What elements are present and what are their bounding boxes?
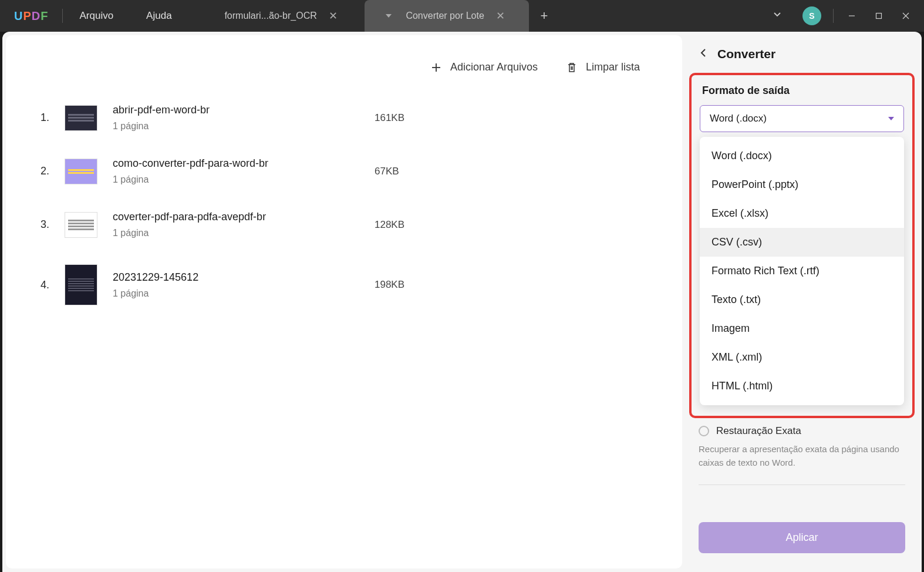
button-label: Adicionar Arquivos bbox=[450, 61, 538, 73]
thumbnail bbox=[65, 105, 97, 131]
tab-document[interactable]: formulari...ão-br_OCR ✕ bbox=[200, 0, 365, 32]
format-select[interactable]: Word (.docx) bbox=[700, 105, 904, 132]
clear-list-button[interactable]: Limpar lista bbox=[566, 61, 640, 73]
apply-button[interactable]: Aplicar bbox=[699, 522, 905, 553]
side-header: Converter bbox=[686, 46, 918, 73]
side-panel: Converter Formato de saída Word (.docx) … bbox=[686, 35, 918, 568]
list-item[interactable]: 3. coverter-pdf-para-pdfa-avepdf-br 1 pá… bbox=[34, 198, 654, 251]
titlebar-right: S bbox=[764, 4, 924, 28]
file-name: como-converter-pdf-para-word-br bbox=[113, 157, 359, 170]
app-logo: UPDF bbox=[0, 9, 62, 23]
add-tab-button[interactable]: + bbox=[529, 0, 560, 32]
chevron-down-icon[interactable] bbox=[764, 6, 791, 26]
format-option-txt[interactable]: Texto (.txt) bbox=[700, 285, 904, 314]
tab-batch-convert[interactable]: Converter por Lote ✕ bbox=[365, 0, 529, 32]
close-button[interactable] bbox=[892, 4, 919, 28]
toolbar: Adicionar Arquivos Limpar lista bbox=[34, 49, 654, 91]
close-icon[interactable]: ✕ bbox=[494, 7, 507, 25]
item-number: 2. bbox=[34, 165, 49, 177]
format-option-rtf[interactable]: Formato Rich Text (.rtf) bbox=[700, 257, 904, 285]
svg-rect-1 bbox=[876, 14, 882, 19]
menu-file[interactable]: Arquivo bbox=[63, 10, 130, 22]
close-icon[interactable]: ✕ bbox=[326, 7, 340, 25]
file-pages: 1 página bbox=[113, 288, 359, 299]
thumbnail bbox=[65, 264, 97, 305]
minimize-button[interactable] bbox=[838, 4, 865, 28]
menu-help[interactable]: Ajuda bbox=[130, 10, 188, 22]
maximize-button[interactable] bbox=[865, 4, 892, 28]
file-info: coverter-pdf-para-pdfa-avepdf-br 1 págin… bbox=[113, 211, 359, 238]
chevron-down-icon bbox=[888, 117, 894, 120]
format-option-excel[interactable]: Excel (.xlsx) bbox=[700, 199, 904, 228]
restoration-radio[interactable]: Restauração Exata bbox=[686, 418, 918, 439]
file-list: 1. abrir-pdf-em-word-br 1 página 161KB 2… bbox=[34, 91, 654, 554]
file-pages: 1 página bbox=[113, 121, 359, 132]
panel-title: Converter bbox=[717, 47, 775, 61]
titlebar: UPDF Arquivo Ajuda formulari...ão-br_OCR… bbox=[0, 0, 924, 32]
file-size: 161KB bbox=[375, 112, 404, 124]
chevron-left-icon[interactable] bbox=[697, 46, 709, 62]
apply-area: Aplicar bbox=[686, 510, 918, 558]
file-size: 198KB bbox=[375, 279, 404, 291]
format-option-powerpoint[interactable]: PowerPoint (.pptx) bbox=[700, 170, 904, 199]
help-text: Recuperar a apresentação exata da página… bbox=[686, 439, 918, 480]
thumbnail bbox=[65, 212, 97, 238]
format-option-csv[interactable]: CSV (.csv) bbox=[700, 228, 904, 257]
select-value: Word (.docx) bbox=[710, 113, 767, 125]
add-files-button[interactable]: Adicionar Arquivos bbox=[430, 61, 538, 73]
divider bbox=[833, 9, 834, 23]
avatar[interactable]: S bbox=[802, 6, 821, 25]
tabs: formulari...ão-br_OCR ✕ Converter por Lo… bbox=[200, 0, 560, 32]
format-option-word[interactable]: Word (.docx) bbox=[700, 142, 904, 170]
item-number: 1. bbox=[34, 112, 49, 124]
file-info: abrir-pdf-em-word-br 1 página bbox=[113, 104, 359, 132]
list-item[interactable]: 4. 20231229-145612 1 página 198KB bbox=[34, 251, 654, 318]
file-size: 67KB bbox=[375, 166, 399, 177]
divider bbox=[699, 484, 905, 485]
item-number: 4. bbox=[34, 279, 49, 291]
chevron-down-icon[interactable] bbox=[386, 14, 392, 18]
main-panel: Adicionar Arquivos Limpar lista 1. abrir… bbox=[6, 35, 682, 568]
radio-icon bbox=[699, 426, 709, 436]
button-label: Limpar lista bbox=[586, 61, 640, 73]
list-item[interactable]: 1. abrir-pdf-em-word-br 1 página 161KB bbox=[34, 91, 654, 144]
radio-label: Restauração Exata bbox=[716, 425, 801, 437]
format-option-image[interactable]: Imagem bbox=[700, 314, 904, 343]
format-dropdown: Word (.docx) PowerPoint (.pptx) Excel (.… bbox=[700, 137, 904, 405]
file-pages: 1 página bbox=[113, 174, 359, 185]
file-name: abrir-pdf-em-word-br bbox=[113, 104, 359, 116]
highlight-box: Formato de saída Word (.docx) Word (.doc… bbox=[689, 73, 915, 418]
list-item[interactable]: 2. como-converter-pdf-para-word-br 1 pág… bbox=[34, 144, 654, 198]
file-info: 20231229-145612 1 página bbox=[113, 271, 359, 299]
tab-label: Converter por Lote bbox=[406, 11, 484, 21]
trash-icon bbox=[566, 62, 578, 73]
format-option-html[interactable]: HTML (.html) bbox=[700, 372, 904, 401]
file-pages: 1 página bbox=[113, 228, 359, 238]
file-name: 20231229-145612 bbox=[113, 271, 359, 284]
window-controls bbox=[838, 4, 919, 28]
workspace: Adicionar Arquivos Limpar lista 1. abrir… bbox=[2, 32, 922, 572]
thumbnail bbox=[65, 159, 97, 184]
format-option-xml[interactable]: XML (.xml) bbox=[700, 343, 904, 372]
format-label: Formato de saída bbox=[700, 85, 904, 97]
plus-icon bbox=[430, 62, 442, 73]
item-number: 3. bbox=[34, 218, 49, 231]
file-size: 128KB bbox=[375, 219, 404, 231]
file-name: coverter-pdf-para-pdfa-avepdf-br bbox=[113, 211, 359, 223]
tab-label: formulari...ão-br_OCR bbox=[224, 11, 316, 21]
file-info: como-converter-pdf-para-word-br 1 página bbox=[113, 157, 359, 185]
